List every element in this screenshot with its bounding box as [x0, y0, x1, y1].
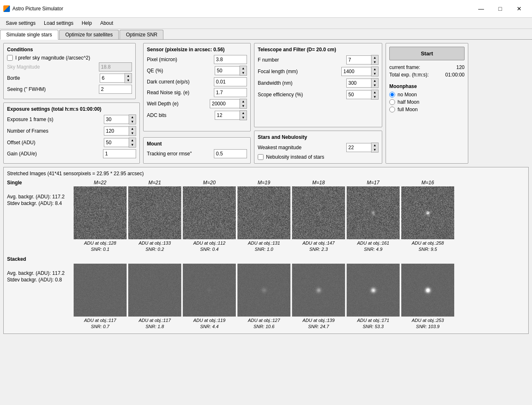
single-m16-caption: ADU at obj.:258 SNR: 9.5 [412, 240, 444, 253]
bortle-spin-buttons: ▲ ▼ [125, 73, 132, 83]
bortle-down-button[interactable]: ▼ [125, 78, 132, 83]
qe-up-button[interactable]: ▲ [240, 66, 247, 71]
single-m19-caption: ADU at obj.:131 SNR: 1.0 [248, 240, 280, 253]
moon-full-radio[interactable] [389, 107, 395, 112]
bortle-up-button[interactable]: ▲ [125, 74, 132, 78]
maximize-button[interactable]: □ [491, 2, 510, 15]
sky-magnitude-label: Sky Magnitude [7, 64, 96, 70]
total-exp-label: Total exp. (h:m:s): [389, 72, 429, 78]
sky-magnitude-input[interactable] [99, 62, 132, 71]
stacked-avg: Avg. backgr. (ADU): 117.2 [7, 270, 71, 276]
stacked-m18-image [292, 264, 345, 317]
efficiency-up-button[interactable]: ▲ [371, 90, 378, 95]
pixel-input[interactable] [214, 55, 247, 64]
adc-spin-buttons: ▲ ▼ [240, 110, 247, 120]
right-panel: Start current frame: 120 Total exp. (h:m… [386, 43, 468, 164]
single-m18-caption: ADU at obj.:147 SNR: 2.3 [302, 240, 335, 253]
gain-input[interactable] [103, 149, 136, 158]
readnoise-label: Read Noise sig. (e) [147, 90, 211, 95]
fnumber-down-button[interactable]: ▼ [371, 60, 378, 64]
adc-input[interactable] [215, 111, 240, 120]
menu-load-settings[interactable]: Load settings [40, 19, 77, 28]
stacked-m20-col: ADU at obj.:119 SNR: 4.4 [183, 256, 236, 330]
fnumber-input[interactable] [346, 55, 371, 64]
sensor-title: Sensor (pixelsize in arcsec: 0.56) [147, 47, 247, 52]
focal-down-button[interactable]: ▼ [371, 71, 378, 76]
main-content: Conditions I prefer sky magnitude (/arcs… [0, 40, 532, 337]
readnoise-input[interactable] [214, 88, 247, 97]
seeing-label: Seeing (" FWHM) [7, 86, 96, 92]
exposure-input[interactable] [104, 115, 129, 124]
telescope-title: Telescope and Filter (D= 20.0 cm) [258, 47, 379, 52]
close-button[interactable]: ✕ [510, 2, 529, 15]
telescope-panel: Telescope and Filter (D= 20.0 cm) F numb… [254, 43, 382, 127]
focal-up-button[interactable]: ▲ [371, 67, 378, 71]
gain-row: Gain (ADU/e) [7, 149, 136, 158]
stacked-m21-image [128, 264, 181, 317]
qe-spin-buttons: ▲ ▼ [240, 66, 247, 76]
weakest-label: Weakest magnitude [258, 145, 344, 150]
qe-input[interactable] [215, 66, 240, 75]
dark-input[interactable] [214, 77, 247, 86]
tracking-input[interactable] [214, 149, 247, 158]
menu-help[interactable]: Help [77, 19, 96, 28]
weakest-down-button[interactable]: ▼ [371, 148, 378, 152]
tab-optimize-satellites[interactable]: Optimize for satellites [59, 30, 119, 39]
prefer-sky-checkbox[interactable] [7, 55, 13, 61]
welldepth-down-button[interactable]: ▼ [240, 104, 247, 108]
nebulosity-checkbox[interactable] [258, 154, 264, 160]
seeing-input[interactable] [99, 85, 132, 94]
frames-label: Number of Frames [7, 128, 101, 134]
minimize-button[interactable]: — [472, 2, 491, 15]
moon-no-radio[interactable] [389, 92, 395, 98]
moon-half-radio[interactable] [389, 99, 395, 105]
fnumber-spinner: ▲ ▼ [346, 55, 379, 65]
efficiency-label: Scope efficiency (%) [258, 92, 344, 98]
bandwidth-up-button[interactable]: ▲ [371, 79, 378, 83]
fnumber-up-button[interactable]: ▲ [371, 55, 378, 60]
bandwidth-input[interactable] [346, 79, 371, 88]
frames-input[interactable] [104, 126, 129, 136]
readnoise-row: Read Noise sig. (e) [147, 88, 247, 97]
single-m22-image [74, 186, 127, 239]
offset-down-button[interactable]: ▼ [129, 143, 136, 147]
single-left: Single Avg. backgr. (ADU): 117.2 Stdev b… [7, 180, 71, 207]
efficiency-input[interactable] [346, 90, 371, 99]
single-m20-image [183, 186, 236, 239]
single-m21-header: M=21 [149, 180, 161, 186]
welldepth-up-button[interactable]: ▲ [240, 99, 247, 104]
stacked-m16-image [401, 264, 454, 317]
bortle-input[interactable] [100, 74, 125, 83]
offset-up-button[interactable]: ▲ [129, 138, 136, 143]
bandwidth-down-button[interactable]: ▼ [371, 83, 378, 88]
menu-save-settings[interactable]: Save settings [2, 19, 40, 28]
sensor-panel: Sensor (pixelsize in arcsec: 0.56) Pixel… [143, 43, 251, 131]
single-stdev: Stdev backgr. (ADU): 8.4 [7, 200, 71, 206]
welldepth-input[interactable] [210, 99, 240, 108]
tab-simulate-single-stars[interactable]: Simulate single stars [0, 30, 58, 40]
tab-optimize-snr[interactable]: Optimize SNR [120, 30, 163, 39]
exposure-down-button[interactable]: ▼ [129, 119, 136, 124]
stacked-stdev: Stdev backgr. (ADU): 0.8 [7, 277, 71, 283]
frames-up-button[interactable]: ▲ [129, 126, 136, 131]
focal-input[interactable] [341, 67, 371, 76]
qe-down-button[interactable]: ▼ [240, 71, 247, 75]
top-panels: Conditions I prefer sky magnitude (/arcs… [3, 43, 529, 164]
offset-input[interactable] [104, 138, 129, 147]
frames-down-button[interactable]: ▼ [129, 131, 136, 136]
weakest-up-button[interactable]: ▲ [371, 143, 378, 148]
sky-magnitude-row: Sky Magnitude [7, 62, 132, 71]
exposure-up-button[interactable]: ▲ [129, 115, 136, 119]
single-m17-col: M=17 ADU at obj.:161 SNR: 4.9 [347, 180, 400, 253]
weakest-input[interactable] [346, 143, 371, 152]
exposure-spinner: ▲ ▼ [104, 114, 136, 124]
adc-up-button[interactable]: ▲ [240, 111, 247, 115]
menu-about[interactable]: About [96, 19, 117, 28]
single-m16-col: M=16 ADU at obj.:258 SNR: 9.5 [401, 180, 454, 253]
adc-down-button[interactable]: ▼ [240, 115, 247, 120]
single-m22-header: M=22 [94, 180, 106, 186]
tab-bar: Simulate single stars Optimize for satel… [0, 29, 532, 40]
start-button[interactable]: Start [389, 47, 465, 60]
dark-label: Dark current (e/p/s) [147, 79, 211, 85]
efficiency-down-button[interactable]: ▼ [371, 95, 378, 99]
